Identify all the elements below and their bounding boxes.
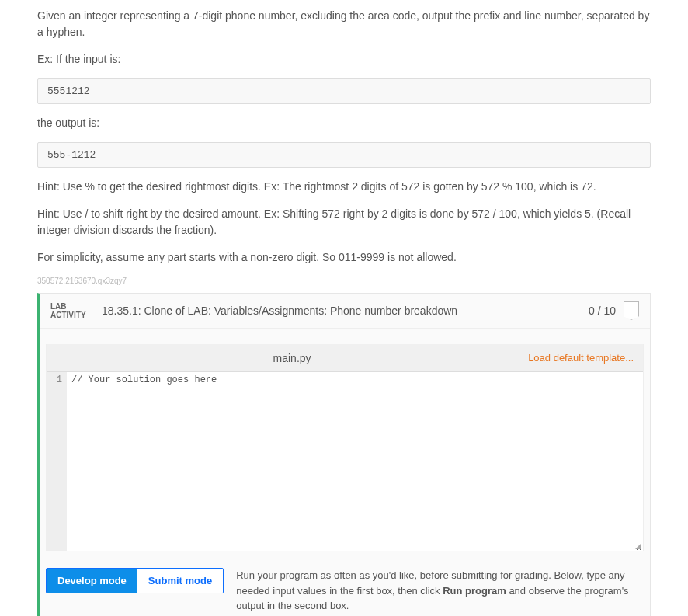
lab-header: LAB ACTIVITY 18.35.1: Clone of LAB: Vari…	[40, 294, 650, 329]
line-gutter: 1	[47, 372, 67, 551]
load-default-template-link[interactable]: Load default template...	[528, 352, 634, 364]
simplicity-note: For simplicity, assume any part starts w…	[37, 249, 651, 266]
hint-2: Hint: Use / to shift right by the desire…	[37, 206, 651, 238]
line-number: 1	[47, 374, 62, 385]
hint-1: Hint: Use % to get the desired rightmost…	[37, 179, 651, 195]
develop-mode-button[interactable]: Develop mode	[47, 569, 137, 593]
lab-score: 0 / 10	[589, 305, 616, 317]
code-editor-panel: main.py Load default template... 1 // Yo…	[46, 344, 644, 551]
problem-description: Given an integer representing a 7-digit …	[37, 8, 651, 285]
lab-title: 18.35.1: Clone of LAB: Variables/Assignm…	[102, 305, 589, 317]
score-shield-icon	[624, 301, 639, 320]
input-sample-box: 5551212	[37, 78, 651, 104]
lab-badge: LAB ACTIVITY	[50, 302, 92, 319]
content-id: 350572.2163670.qx3zqy7	[37, 277, 651, 285]
mode-row: Develop mode Submit mode Run your progra…	[40, 551, 650, 616]
mode-instructions: Run your program as often as you'd like,…	[236, 568, 644, 614]
lab-activity-panel: LAB ACTIVITY 18.35.1: Clone of LAB: Vari…	[37, 293, 651, 616]
editor-content[interactable]: // Your solution goes here	[67, 372, 643, 551]
problem-intro: Given an integer representing a 7-digit …	[37, 8, 651, 40]
mode-toggle: Develop mode Submit mode	[46, 568, 224, 593]
filename-label: main.py	[56, 352, 528, 364]
submit-mode-button[interactable]: Submit mode	[137, 569, 223, 593]
resize-handle-icon[interactable]	[635, 543, 641, 549]
code-editor[interactable]: 1 // Your solution goes here	[47, 372, 643, 551]
output-label: the output is:	[37, 115, 651, 131]
example-label: Ex: If the input is:	[37, 51, 651, 68]
output-sample-box: 555-1212	[37, 142, 651, 168]
editor-toolbar: main.py Load default template...	[47, 344, 643, 372]
